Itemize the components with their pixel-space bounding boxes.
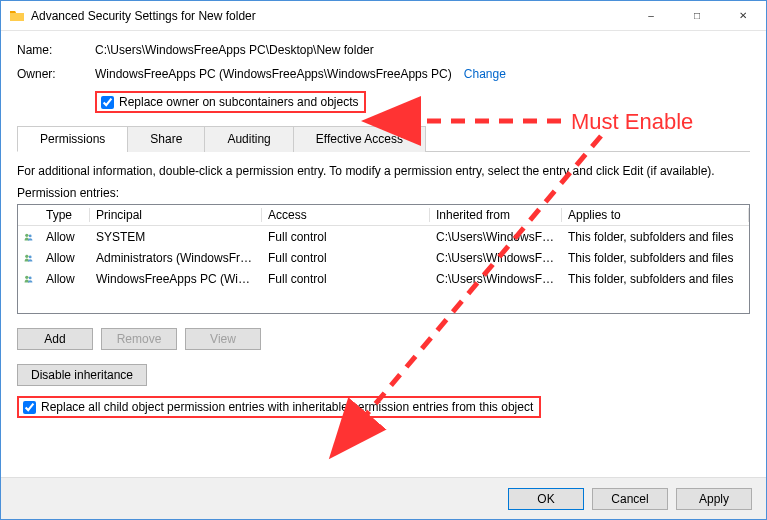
svg-point-2 bbox=[25, 254, 28, 257]
apply-button[interactable]: Apply bbox=[676, 488, 752, 510]
table-row[interactable]: AllowSYSTEMFull controlC:\Users\WindowsF… bbox=[18, 226, 749, 247]
entries-label: Permission entries: bbox=[17, 186, 750, 200]
window-title: Advanced Security Settings for New folde… bbox=[31, 9, 628, 23]
table-row[interactable]: AllowWindowsFreeApps PC (Windo...Full co… bbox=[18, 268, 749, 289]
tab-auditing[interactable]: Auditing bbox=[204, 126, 293, 152]
dialog-footer: OK Cancel Apply bbox=[1, 477, 766, 519]
folder-icon bbox=[9, 8, 25, 24]
name-label: Name: bbox=[17, 43, 95, 57]
col-type[interactable]: Type bbox=[40, 208, 90, 222]
cell-access: Full control bbox=[262, 251, 430, 265]
svg-point-4 bbox=[25, 275, 28, 278]
window-controls: – □ ✕ bbox=[628, 1, 766, 30]
replace-all-highlight: Replace all child object permission entr… bbox=[17, 396, 541, 418]
col-inherited[interactable]: Inherited from bbox=[430, 208, 562, 222]
svg-point-5 bbox=[29, 276, 32, 279]
replace-owner-highlight: Replace owner on subcontainers and objec… bbox=[95, 91, 366, 113]
replace-owner-label: Replace owner on subcontainers and objec… bbox=[119, 95, 358, 109]
cell-inherited: C:\Users\WindowsFree... bbox=[430, 272, 562, 286]
cell-applies: This folder, subfolders and files bbox=[562, 272, 749, 286]
tab-share[interactable]: Share bbox=[127, 126, 205, 152]
info-text: For additional information, double-click… bbox=[17, 164, 750, 178]
titlebar: Advanced Security Settings for New folde… bbox=[1, 1, 766, 31]
user-group-icon bbox=[18, 230, 40, 244]
replace-all-checkbox[interactable] bbox=[23, 401, 36, 414]
replace-owner-checkbox[interactable] bbox=[101, 96, 114, 109]
svg-point-3 bbox=[29, 255, 32, 258]
svg-point-1 bbox=[29, 234, 32, 237]
cell-type: Allow bbox=[40, 251, 90, 265]
col-applies[interactable]: Applies to bbox=[562, 208, 749, 222]
table-buttons: Add Remove View bbox=[17, 328, 750, 350]
user-group-icon bbox=[18, 272, 40, 286]
change-owner-link[interactable]: Change bbox=[464, 67, 506, 81]
col-access[interactable]: Access bbox=[262, 208, 430, 222]
ok-button[interactable]: OK bbox=[508, 488, 584, 510]
remove-button: Remove bbox=[101, 328, 177, 350]
table-row[interactable]: AllowAdministrators (WindowsFree...Full … bbox=[18, 247, 749, 268]
add-button[interactable]: Add bbox=[17, 328, 93, 350]
cell-applies: This folder, subfolders and files bbox=[562, 251, 749, 265]
view-button: View bbox=[185, 328, 261, 350]
cancel-button[interactable]: Cancel bbox=[592, 488, 668, 510]
cell-inherited: C:\Users\WindowsFree... bbox=[430, 251, 562, 265]
user-group-icon bbox=[18, 251, 40, 265]
cell-access: Full control bbox=[262, 230, 430, 244]
owner-label: Owner: bbox=[17, 67, 95, 81]
disable-inheritance-button[interactable]: Disable inheritance bbox=[17, 364, 147, 386]
cell-type: Allow bbox=[40, 272, 90, 286]
tab-effective-access[interactable]: Effective Access bbox=[293, 126, 426, 152]
owner-value: WindowsFreeApps PC (WindowsFreeApps\Wind… bbox=[95, 67, 452, 81]
cell-type: Allow bbox=[40, 230, 90, 244]
cell-principal: Administrators (WindowsFree... bbox=[90, 251, 262, 265]
minimize-button[interactable]: – bbox=[628, 1, 674, 30]
col-principal[interactable]: Principal bbox=[90, 208, 262, 222]
svg-point-0 bbox=[25, 233, 28, 236]
table-header: Type Principal Access Inherited from App… bbox=[18, 205, 749, 226]
cell-principal: WindowsFreeApps PC (Windo... bbox=[90, 272, 262, 286]
content-area: Name: C:\Users\WindowsFreeApps PC\Deskto… bbox=[1, 31, 766, 418]
replace-all-label: Replace all child object permission entr… bbox=[41, 400, 533, 414]
close-button[interactable]: ✕ bbox=[720, 1, 766, 30]
tab-permissions[interactable]: Permissions bbox=[17, 126, 128, 152]
cell-access: Full control bbox=[262, 272, 430, 286]
cell-principal: SYSTEM bbox=[90, 230, 262, 244]
permission-table: Type Principal Access Inherited from App… bbox=[17, 204, 750, 314]
annotation-text: Must Enable bbox=[571, 109, 693, 135]
cell-inherited: C:\Users\WindowsFree... bbox=[430, 230, 562, 244]
name-value: C:\Users\WindowsFreeApps PC\Desktop\New … bbox=[95, 43, 374, 57]
cell-applies: This folder, subfolders and files bbox=[562, 230, 749, 244]
maximize-button[interactable]: □ bbox=[674, 1, 720, 30]
